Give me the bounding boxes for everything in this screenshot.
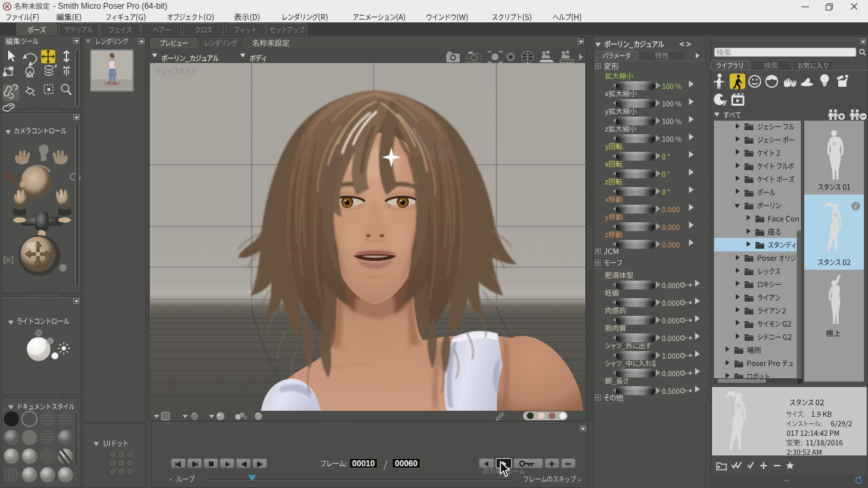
svg-text:i: i [855,203,857,210]
